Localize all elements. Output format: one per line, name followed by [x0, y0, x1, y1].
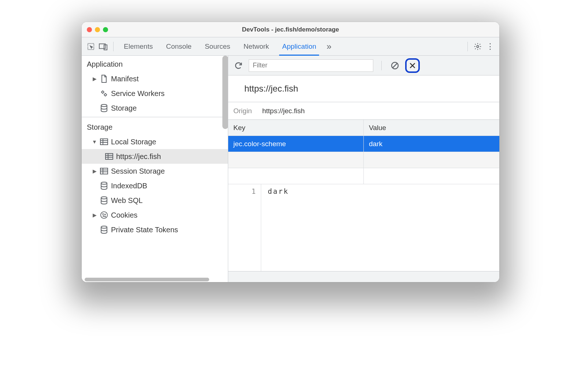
devtools-window: DevTools - jec.fish/demo/storage Element… — [82, 22, 499, 282]
sidebar-item-indexeddb[interactable]: IndexedDB — [82, 178, 228, 193]
storage-detail-panel: https://jec.fish Origin https://jec.fish… — [228, 56, 499, 282]
svg-point-4 — [102, 91, 104, 93]
value-viewer: 1 dark — [228, 184, 499, 271]
sidebar-item-session-storage[interactable]: ▶ Session Storage — [82, 164, 228, 178]
storage-table: Key Value jec.color-scheme dark — [228, 120, 499, 184]
svg-point-21 — [101, 212, 107, 218]
sidebar-item-label: Private State Tokens — [111, 226, 178, 234]
sidebar-item-cookies[interactable]: ▶ Cookies — [82, 208, 228, 222]
window-close-button[interactable] — [87, 27, 92, 32]
sidebar-item-websql[interactable]: Web SQL — [82, 193, 228, 208]
sidebar-item-label: Cookies — [111, 211, 137, 219]
tabstrip-separator-right — [467, 42, 468, 51]
disclosure-icon: ▶ — [92, 168, 97, 174]
window-maximize-button[interactable] — [103, 27, 108, 32]
sidebar-item-storage[interactable]: Storage — [82, 101, 228, 115]
svg-point-24 — [103, 216, 104, 217]
sidebar-item-service-workers[interactable]: Service Workers — [82, 86, 228, 101]
sidebar-item-label: Storage — [111, 104, 137, 112]
delete-selected-icon[interactable] — [407, 60, 418, 71]
svg-point-5 — [104, 94, 107, 96]
origin-label: Origin — [233, 107, 252, 115]
sidebar-item-label: Web SQL — [111, 196, 143, 205]
sidebar-item-local-storage[interactable]: ▼ Local Storage — [82, 134, 228, 149]
storage-origin-title: https://jec.fish — [228, 75, 499, 102]
svg-rect-15 — [100, 168, 108, 174]
gears-icon — [100, 89, 108, 97]
storage-table-row-empty[interactable] — [228, 152, 499, 168]
svg-point-26 — [101, 226, 107, 228]
traffic-lights — [87, 27, 108, 32]
svg-point-6 — [101, 104, 107, 107]
sidebar-item-label: IndexedDB — [111, 182, 147, 190]
table-icon — [105, 152, 113, 160]
document-icon — [100, 75, 108, 83]
storage-table-row-empty[interactable] — [228, 168, 499, 184]
viewer-line-number: 1 — [228, 184, 261, 271]
storage-table-row[interactable]: jec.color-scheme dark — [228, 136, 499, 152]
sidebar-divider — [82, 117, 228, 117]
filter-input[interactable] — [249, 59, 373, 72]
origin-value: https://jec.fish — [262, 107, 305, 115]
sidebar-section-storage: Storage — [82, 119, 228, 134]
device-toolbar-icon[interactable] — [98, 41, 109, 52]
svg-point-20 — [101, 197, 107, 199]
sidebar-item-private-state-tokens[interactable]: Private State Tokens — [82, 222, 228, 237]
disclosure-icon: ▶ — [92, 212, 97, 218]
sidebar-horizontal-scrollbar[interactable] — [82, 277, 228, 282]
sidebar-item-label: Manifest — [111, 75, 139, 83]
application-sidebar: Application ▶ Manifest Service Workers — [82, 56, 228, 282]
tab-elements[interactable]: Elements — [118, 37, 159, 55]
svg-rect-7 — [100, 139, 108, 145]
sidebar-item-manifest[interactable]: ▶ Manifest — [82, 71, 228, 86]
kebab-menu-icon[interactable]: ⋮ — [485, 41, 496, 52]
svg-point-22 — [103, 214, 103, 214]
sidebar-item-label: Session Storage — [111, 167, 165, 175]
tab-network[interactable]: Network — [238, 37, 275, 55]
tabstrip-separator — [113, 42, 114, 51]
tab-application[interactable]: Application — [276, 37, 322, 55]
detail-footer — [228, 271, 499, 282]
storage-row-value: dark — [364, 136, 499, 152]
sidebar-section-application: Application — [82, 56, 228, 71]
disclosure-icon: ▶ — [92, 76, 97, 82]
more-tabs-icon[interactable]: » — [323, 41, 334, 52]
column-header-key[interactable]: Key — [228, 120, 364, 136]
refresh-icon[interactable] — [233, 60, 244, 71]
window-titlebar: DevTools - jec.fish/demo/storage — [82, 22, 499, 37]
window-title: DevTools - jec.fish/demo/storage — [82, 26, 499, 33]
svg-point-25 — [105, 216, 106, 217]
database-icon — [100, 182, 108, 190]
database-icon — [100, 226, 108, 234]
main-split: Application ▶ Manifest Service Workers — [82, 56, 499, 282]
tab-console[interactable]: Console — [160, 37, 197, 55]
sidebar-item-label: Service Workers — [111, 89, 164, 98]
svg-point-19 — [101, 182, 107, 184]
table-icon — [100, 167, 108, 175]
svg-line-28 — [393, 63, 397, 68]
cookie-icon — [100, 211, 108, 219]
devtools-tabstrip: Elements Console Sources Network Applica… — [82, 37, 499, 56]
storage-toolbar — [228, 56, 499, 75]
database-icon — [100, 196, 108, 204]
sidebar-item-label: https://jec.fish — [116, 152, 161, 161]
svg-point-3 — [477, 45, 479, 48]
sidebar-item-label: Local Storage — [111, 138, 156, 146]
svg-point-23 — [105, 214, 106, 215]
window-minimize-button[interactable] — [95, 27, 100, 32]
clear-all-icon[interactable] — [390, 60, 400, 71]
origin-row: Origin https://jec.fish — [228, 102, 499, 120]
sidebar-item-local-storage-origin[interactable]: https://jec.fish — [82, 149, 228, 164]
inspect-element-icon[interactable] — [85, 41, 96, 52]
settings-gear-icon[interactable] — [472, 41, 483, 52]
sidebar-vertical-scrollbar[interactable] — [222, 56, 228, 129]
storage-table-header: Key Value — [228, 120, 499, 136]
delete-selected-highlight — [405, 58, 420, 73]
column-header-value[interactable]: Value — [364, 120, 499, 136]
storage-row-key: jec.color-scheme — [228, 136, 364, 152]
viewer-value[interactable]: dark — [261, 184, 289, 271]
tab-sources[interactable]: Sources — [199, 37, 236, 55]
disclosure-down-icon: ▼ — [92, 139, 97, 145]
svg-rect-11 — [106, 154, 113, 159]
database-icon — [100, 104, 108, 112]
